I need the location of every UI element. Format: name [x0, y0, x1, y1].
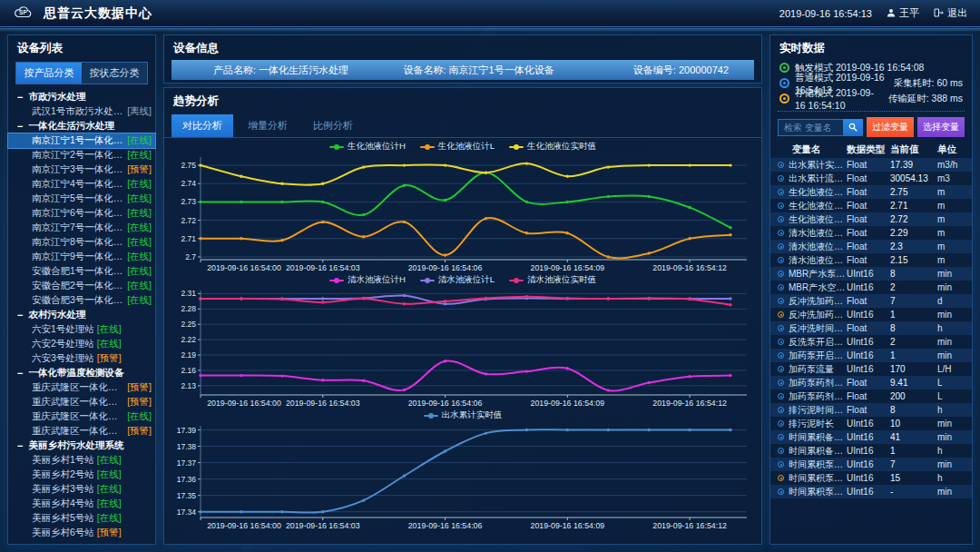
table-row[interactable]: 出水累计实时值Float17.39m3/h [770, 158, 972, 172]
table-row[interactable]: 排污泥时间间隔Float8h [770, 403, 972, 417]
device-group[interactable]: −农村污水处理 [8, 308, 155, 322]
sidebar-tab-1[interactable]: 按状态分类 [82, 63, 147, 84]
device-item[interactable]: 美丽乡村4号站[在线] [8, 497, 155, 511]
variable-name: 清水池液位计L [789, 241, 847, 253]
collapse-icon[interactable]: − [17, 121, 23, 132]
device-item[interactable]: 南京江宁1号一体化设备[在线] [8, 133, 155, 148]
collapse-icon[interactable]: − [17, 92, 23, 103]
device-item[interactable]: 南京江宁8号一体化设备[在线] [8, 235, 155, 250]
collapse-icon[interactable]: − [17, 368, 23, 379]
chart-block-2: 清水池液位计H清水池液位计L清水池液位实时值2.132.162.192.222.… [170, 273, 756, 409]
trend-tab-1[interactable]: 增量分析 [237, 114, 299, 137]
legend-item[interactable]: 生化池液位实时值 [509, 141, 596, 153]
device-item[interactable]: 南京江宁3号一体化设备[预警] [8, 163, 155, 177]
device-item[interactable]: 南京江宁5号一体化设备[在线] [8, 192, 155, 206]
device-item[interactable]: 南京江宁2号一体化设备[在线] [8, 148, 155, 163]
device-item[interactable]: 重庆武隆区一体化设备1号站[预警] [8, 380, 155, 395]
trend-tab-0[interactable]: 对比分析 [172, 114, 233, 137]
device-item[interactable]: 美丽乡村5号站[在线] [8, 511, 155, 526]
device-group[interactable]: −一体化带温度检测设备 [8, 366, 155, 380]
table-row[interactable]: 时间累积泵前产水电动阀分UInt16-min [770, 485, 972, 498]
table-row[interactable]: 时间累积泵后产水电动阀时UInt1615h [770, 471, 972, 485]
table-row[interactable]: MBR产水泵产水时间分UInt168min [770, 267, 972, 281]
variable-search-input[interactable] [778, 119, 843, 136]
variable-unit: min [937, 419, 965, 429]
table-row[interactable]: 排污泥时长UInt1610min [770, 417, 972, 430]
table-row[interactable]: 时间累积备用提升泵时UInt161h [770, 444, 972, 458]
legend-item[interactable]: 清水池液位计L [420, 274, 495, 286]
device-item[interactable]: 南京江宁7号一体化设备[在线] [8, 221, 155, 235]
device-item[interactable]: 重庆武隆区一体化设备4号站[预警] [8, 424, 155, 439]
device-item[interactable]: 安徽合肥1号一体化设备[在线] [8, 264, 155, 279]
device-item[interactable]: 六安2号处理站[在线] [8, 337, 155, 351]
device-item[interactable]: 南京江宁4号一体化设备[在线] [8, 177, 155, 192]
device-item[interactable]: 重庆武隆区一体化设备3号站[在线] [8, 409, 155, 424]
device-item[interactable]: 美丽乡村3号站[在线] [8, 482, 155, 497]
device-status: [在线] [127, 178, 152, 191]
variable-type: UInt16 [847, 364, 890, 374]
device-item[interactable]: 美丽乡村1号站[在线] [8, 453, 155, 468]
table-row[interactable]: 出水累计流量值Float30054.13m3 [770, 172, 972, 185]
logout-button[interactable]: 退出 [934, 6, 967, 20]
variable-icon [778, 298, 784, 304]
device-group[interactable]: −市政污水处理 [8, 90, 155, 104]
device-group[interactable]: −一体化生活污水处理 [8, 119, 155, 133]
table-row[interactable]: 加药泵开启运行时间UInt161min [770, 349, 972, 362]
variable-icon [778, 202, 784, 209]
table-row[interactable]: 反冲洗加药泵间隔时间Float7d [770, 294, 972, 308]
table-row[interactable]: 时间累积备用提升泵分UInt1641min [770, 430, 972, 444]
logout-label: 退出 [947, 6, 967, 20]
device-name: 美丽乡村4号站 [32, 498, 94, 510]
table-row[interactable]: 生化池液位实时值Float2.72m [770, 212, 972, 226]
device-item[interactable]: 安徽合肥3号一体化设备[在线] [8, 293, 155, 308]
table-row[interactable]: 清水池液位计LFloat2.3m [770, 240, 972, 253]
device-item[interactable]: 六安1号处理站[在线] [8, 322, 155, 337]
table-row[interactable]: 清水池液位实时值Float2.15m [770, 253, 972, 267]
search-button[interactable] [843, 119, 863, 136]
device-group[interactable]: −美丽乡村污水处理系统 [8, 439, 155, 453]
device-info-title: 设备信息 [164, 35, 761, 60]
table-row[interactable]: MBR产水空爆时间分UInt162min [770, 281, 972, 294]
device-name: 南京江宁8号一体化设备 [32, 236, 124, 249]
trend-tab-2[interactable]: 比例分析 [302, 114, 364, 137]
table-row[interactable]: 清水池液位计HFloat2.29m [770, 226, 972, 240]
legend-item[interactable]: 出水累计实时值 [424, 409, 503, 421]
table-row[interactable]: 生化池液位计LFloat2.71m [770, 199, 972, 212]
device-item[interactable]: 重庆武隆区一体化设备2号站[预警] [8, 395, 155, 409]
variable-value: - [890, 487, 937, 497]
variable-value: 2.71 [890, 201, 937, 211]
device-item[interactable]: 南京江宁6号一体化设备[在线] [8, 206, 155, 221]
variable-value: 15 [890, 473, 937, 483]
variable-name: 加药泵开启运行时间 [789, 350, 847, 362]
filter-variables-button[interactable]: 过滤变量 [867, 117, 914, 137]
device-item[interactable]: 美丽乡村2号站[在线] [8, 468, 155, 482]
device-item[interactable]: 南京江宁9号一体化设备[在线] [8, 250, 155, 264]
device-item[interactable]: 六安3号处理站[预警] [8, 351, 155, 366]
user-menu[interactable]: 王平 [887, 6, 919, 20]
table-row[interactable]: 加药泵药剂累计流量Float9.41L [770, 376, 972, 389]
device-name: 六安2号处理站 [32, 338, 94, 350]
legend-item[interactable]: 清水池液位实时值 [509, 274, 596, 286]
select-variables-button[interactable]: 选择变量 [917, 117, 965, 137]
table-row[interactable]: 反冲洗时间间隔Float8h [770, 321, 972, 335]
legend-item[interactable]: 生化池液位计L [420, 141, 495, 153]
table-row[interactable]: 时间累积泵后产水电动阀分UInt167min [770, 458, 972, 471]
variable-type: Float [847, 405, 890, 415]
sidebar-tab-0[interactable]: 按产品分类 [16, 63, 82, 84]
table-row[interactable]: 反冲洗加药泵时间UInt161min [770, 308, 972, 321]
device-item[interactable]: 安徽合肥2号一体化设备[在线] [8, 279, 155, 293]
legend-item[interactable]: 生化池液位计H [329, 141, 406, 153]
table-row[interactable]: 加药泵流量UInt16170L/H [770, 362, 972, 376]
variable-value: 1 [890, 446, 937, 456]
variable-table-body: 出水累计实时值Float17.39m3/h出水累计流量值Float30054.1… [770, 158, 972, 498]
table-row[interactable]: 反洗泵开启反洗时长UInt162min [770, 335, 972, 349]
device-item[interactable]: 美丽乡村6号站[预警] [8, 526, 155, 540]
collapse-icon[interactable]: − [17, 440, 23, 451]
device-item[interactable]: 武汉1号市政污水处理设备[离线] [8, 104, 155, 119]
collapse-icon[interactable]: − [17, 310, 23, 320]
device-name: 重庆武隆区一体化设备4号站 [32, 425, 124, 438]
legend-item[interactable]: 清水池液位计H [329, 274, 406, 286]
table-row[interactable]: 生化池液位计HFloat2.75m [770, 185, 972, 199]
table-row[interactable]: 加药泵药剂限定值Float200L [770, 389, 972, 403]
svg-text:2019-09-16 16:54:03: 2019-09-16 16:54:03 [286, 521, 360, 530]
